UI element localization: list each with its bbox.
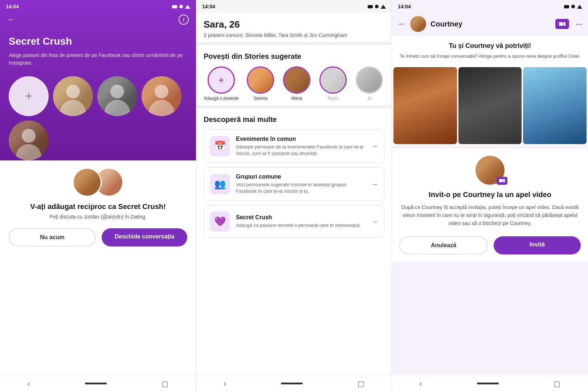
home-indicator[interactable] (85, 383, 107, 384)
crush-desc: Adaugă ca pasiune secretă o persoană car… (236, 222, 365, 229)
open-chat-button[interactable]: Deschide conversația (102, 228, 187, 246)
photo-3[interactable] (523, 67, 587, 144)
status-icons-1 (172, 5, 190, 9)
events-icon-box: 📅 (210, 136, 230, 156)
match-section: V-ați adăugat reciproc ca Secret Crush! … (0, 160, 196, 375)
status-time-1: 14:04 (6, 4, 19, 9)
add-story-label: Adaugă o poveste (204, 96, 239, 102)
person-name: Sara, 26 (204, 19, 384, 30)
signal-icon (172, 5, 177, 8)
nav-square-icon-3[interactable]: ▢ (554, 379, 560, 388)
groups-card[interactable]: 👥 Grupuri comune Vezi persoanele sugerat… (204, 167, 384, 201)
nav-square-icon[interactable]: ▢ (162, 379, 168, 388)
info-button[interactable]: i (179, 15, 189, 25)
match-banner[interactable]: Tu și Courtney vă potriviți! Te întrebi … (392, 36, 588, 66)
story-circle-4[interactable] (356, 66, 383, 94)
home-indicator-2[interactable] (281, 383, 303, 384)
page-title: Secret Crush (9, 36, 187, 47)
invite-desc: După ce Courtney îți acceptă invitația, … (399, 203, 581, 228)
groups-arrow-icon: → (371, 180, 378, 188)
secret-crush-card[interactable]: 💜 Secret Crush Adaugă ca pasiune secretă… (204, 205, 384, 238)
story-item-2[interactable]: Maria (282, 66, 311, 102)
panel2-scroll[interactable]: Sara, 26 3 prieteni comuni: Simone Mille… (196, 13, 392, 375)
back-button-3[interactable]: ← (398, 19, 406, 29)
events-icon: 📅 (214, 140, 226, 152)
photos-row (392, 66, 588, 146)
signal-icon-2 (368, 5, 373, 8)
status-bar-2: 14:04 (196, 0, 392, 13)
match-avatar-left (73, 168, 102, 197)
story-circle-1[interactable] (247, 66, 274, 94)
person-avatar-4[interactable] (9, 121, 49, 160)
person-avatar-1[interactable] (53, 76, 93, 116)
events-card[interactable]: 📅 Evenimente în comun Găsește persoane d… (204, 130, 384, 163)
story-avatar-2 (284, 68, 309, 93)
later-button[interactable]: Nu acum (9, 228, 96, 246)
groups-title: Grupuri comune (236, 173, 365, 180)
groups-icon-box: 👥 (210, 174, 230, 194)
story-avatar-3 (320, 68, 346, 93)
add-crush-button[interactable]: + (9, 76, 49, 116)
badge-video-icon (499, 179, 505, 183)
more-options-icon[interactable]: ··· (576, 19, 582, 29)
nav-square-icon-2[interactable]: ▢ (358, 379, 364, 388)
photo-1[interactable] (393, 67, 457, 144)
action-buttons: Nu acum Deschide conversația (9, 228, 187, 246)
status-time-2: 14:04 (202, 4, 215, 9)
invite-title: Invit-o pe Courtney la un apel video (429, 191, 551, 199)
groups-icon: 👥 (214, 179, 226, 190)
person-friends: 3 prieteni comuni: Simone Miller, Tara S… (204, 32, 384, 39)
person-avatar-2[interactable] (97, 76, 137, 116)
nav-back-icon-2[interactable]: ‹ (224, 379, 226, 388)
events-desc: Găsește persoane de la evenimentele Face… (236, 144, 365, 157)
invite-video-badge (497, 177, 507, 185)
crush-icon-box: 💜 (210, 211, 230, 232)
story-label-4: Jo (367, 96, 372, 102)
match-title: V-ați adăugat reciproc ca Secret Crush! (30, 203, 166, 211)
photo-2[interactable] (458, 67, 522, 144)
events-text: Evenimente în comun Găsește persoane de … (236, 136, 365, 157)
nav-back-icon[interactable]: ‹ (28, 379, 30, 388)
video-call-button[interactable] (555, 19, 569, 29)
svg-marker-3 (503, 179, 505, 183)
discover-section: Descoperă mai multe 📅 Evenimente în comu… (196, 108, 392, 246)
panel3-header: ← Courtney ··· (392, 13, 588, 36)
match-subtitle-3: Te întrebi cum să începi conversația? At… (399, 53, 581, 60)
discover-title: Descoperă mai multe (204, 115, 384, 124)
home-indicator-3[interactable] (477, 383, 499, 384)
invite-button[interactable]: Invită (494, 236, 581, 254)
battery-icon-3 (577, 5, 582, 9)
title-section: Secret Crush Alege pasiuni din lista de … (0, 25, 196, 73)
person-avatar-3[interactable] (142, 76, 181, 116)
nav-bar-1: ‹ ▢ (0, 375, 196, 392)
page-subtitle: Alege pasiuni din lista de prieteni de p… (9, 52, 187, 67)
story-avatar-1 (248, 68, 273, 93)
divider-1 (196, 42, 392, 45)
match-title-3: Tu și Courtney vă potriviți! (399, 42, 581, 50)
story-circle-2[interactable] (283, 66, 310, 94)
stories-row: + Adaugă o poveste Serena Maria (204, 66, 384, 102)
back-button[interactable]: ← (7, 15, 15, 24)
story-label-2: Maria (291, 96, 302, 102)
crush-arrow-icon: → (371, 217, 378, 226)
nav-bar-2: ‹ ▢ (196, 375, 392, 392)
match-subtitle: Poți discuta cu Jordan (@airjrdn) în Dat… (49, 214, 147, 220)
story-item-3[interactable]: Taylor (319, 66, 348, 102)
story-label-1: Serena (253, 96, 268, 102)
nav-back-icon-3[interactable]: ‹ (420, 379, 422, 388)
add-story-item[interactable]: + Adaugă o poveste (204, 66, 239, 102)
add-story-circle[interactable]: + (208, 66, 235, 94)
groups-text: Grupuri comune Vezi persoanele sugerate … (236, 173, 365, 195)
story-item-4[interactable]: Jo (355, 66, 384, 102)
events-arrow-icon: → (371, 142, 378, 150)
story-item-1[interactable]: Serena (246, 66, 275, 102)
status-bar-3: 14:04 (392, 0, 588, 13)
invite-avatar-wrap (475, 156, 505, 185)
story-circle-3[interactable] (319, 66, 347, 94)
svg-rect-2 (499, 179, 503, 182)
video-icon (559, 22, 565, 26)
crush-title: Secret Crush (236, 214, 365, 221)
events-title: Evenimente în comun (236, 136, 365, 142)
add-icon: + (25, 89, 32, 104)
cancel-button[interactable]: Anulează (399, 236, 488, 254)
